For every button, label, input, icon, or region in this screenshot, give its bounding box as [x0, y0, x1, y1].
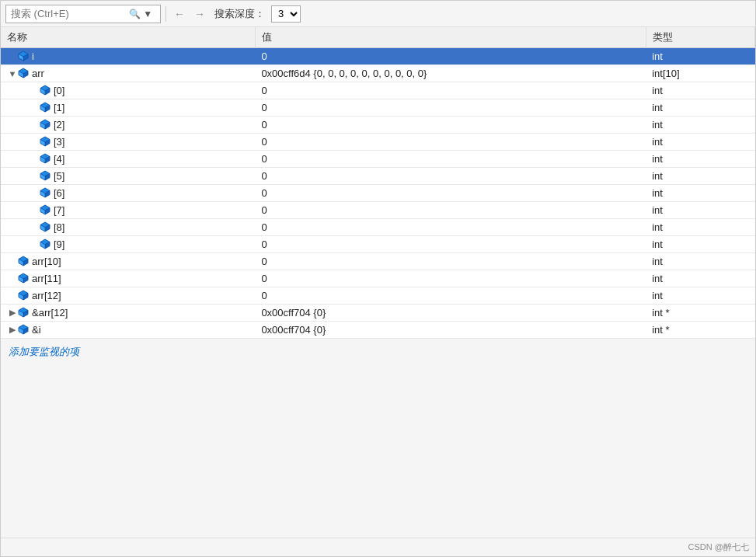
variable-name: [5] — [54, 170, 64, 182]
table-row[interactable]: [7]0int — [1, 202, 755, 219]
cell-type: int — [646, 151, 754, 168]
cell-type: int — [646, 202, 754, 219]
cell-name: [5] — [1, 168, 255, 185]
table-row[interactable]: [2]0int — [1, 117, 755, 134]
table-row[interactable]: i0int — [1, 48, 755, 65]
variable-icon — [40, 153, 51, 164]
table-row[interactable]: arr[11]0int — [1, 270, 755, 287]
table-row[interactable]: [3]0int — [1, 134, 755, 151]
variable-icon — [18, 290, 29, 301]
cell-value: 0 — [255, 117, 646, 134]
variable-name: arr[10] — [32, 256, 61, 267]
cell-name: [3] — [1, 134, 255, 151]
table-row[interactable]: arr[12]0int — [1, 287, 755, 305]
cell-name: [7] — [1, 202, 255, 219]
variable-icon — [40, 204, 51, 215]
cell-value: 0 — [255, 151, 646, 168]
column-header-value: 值 — [255, 27, 646, 48]
variable-name: &arr[12] — [32, 307, 68, 319]
variable-name: &i — [32, 324, 41, 336]
cell-value: 0 — [255, 99, 646, 117]
search-icon[interactable]: 🔍 ▼ — [127, 9, 154, 19]
table-row[interactable]: [0]0int — [1, 82, 755, 99]
variable-name: [6] — [54, 187, 64, 199]
variable-icon — [40, 187, 51, 198]
table-row[interactable]: &arr[12]0x00cff704 {0}int * — [1, 305, 755, 322]
cell-value: 0 — [255, 82, 646, 99]
column-header-name: 名称 — [1, 27, 255, 48]
table-header-row: 名称 值 类型 — [1, 27, 755, 48]
variable-icon — [18, 68, 29, 78]
cell-type: int — [646, 48, 754, 65]
cell-value: 0 — [255, 253, 646, 270]
cell-name: [0] — [1, 82, 255, 99]
cell-type: int * — [646, 322, 754, 339]
expand-arrow[interactable] — [7, 325, 18, 335]
cell-name: arr — [1, 65, 255, 82]
variable-icon — [40, 221, 51, 232]
table-row[interactable]: [1]0int — [1, 99, 755, 117]
cell-value: 0 — [255, 270, 646, 287]
cell-name: [9] — [1, 236, 255, 253]
variable-icon — [40, 170, 51, 181]
variable-icon — [40, 102, 51, 113]
toolbar-separator — [165, 6, 166, 22]
nav-back-button[interactable]: ← — [171, 6, 188, 22]
cell-type: int — [646, 236, 754, 253]
add-watch-label[interactable]: 添加要监视的项 — [1, 339, 755, 365]
variable-name: [8] — [54, 221, 64, 233]
cell-name: &i — [1, 322, 255, 339]
cell-name: arr[10] — [1, 253, 255, 270]
variable-icon — [40, 85, 51, 96]
cell-name: arr[12] — [1, 287, 255, 305]
cell-type: int — [646, 82, 754, 99]
cell-name: [6] — [1, 185, 255, 202]
table-row[interactable]: arr0x00cff6d4 {0, 0, 0, 0, 0, 0, 0, 0, 0… — [1, 65, 755, 82]
cell-type: int — [646, 117, 754, 134]
cell-type: int — [646, 287, 754, 305]
variable-icon — [18, 307, 29, 318]
variable-name: arr — [32, 68, 44, 79]
nav-forward-button[interactable]: → — [191, 6, 208, 22]
table-row[interactable]: [9]0int — [1, 236, 755, 253]
search-box[interactable]: 🔍 ▼ — [5, 5, 161, 23]
search-input[interactable] — [11, 8, 127, 19]
cell-name: [8] — [1, 219, 255, 236]
variable-icon — [40, 136, 51, 147]
variable-icon — [18, 50, 29, 61]
variables-table-container: 名称 值 类型 i0int arr0x00cff6d4 {0, 0, 0, 0,… — [1, 27, 755, 538]
cell-value: 0 — [255, 134, 646, 151]
expand-arrow[interactable] — [7, 69, 18, 78]
expand-arrow[interactable] — [7, 308, 18, 318]
table-row[interactable]: &i0x00cff704 {0}int * — [1, 322, 755, 339]
variable-name: arr[12] — [32, 290, 61, 301]
cell-value: 0 — [255, 202, 646, 219]
cell-type: int — [646, 253, 754, 270]
table-row[interactable]: arr[10]0int — [1, 253, 755, 270]
variable-icon — [40, 238, 51, 249]
variable-icon — [18, 324, 29, 335]
cell-value: 0 — [255, 185, 646, 202]
cell-name: [4] — [1, 151, 255, 168]
variable-name: [7] — [54, 204, 64, 216]
cell-name: i — [1, 48, 255, 65]
cell-name: &arr[12] — [1, 305, 255, 322]
cell-type: int — [646, 99, 754, 117]
table-row[interactable]: [6]0int — [1, 185, 755, 202]
table-row[interactable]: [5]0int — [1, 168, 755, 185]
variable-name: [4] — [54, 153, 64, 165]
watch-window: 🔍 ▼ ← → 搜索深度： 1 2 3 4 5 名称 值 类型 i0 — [0, 0, 756, 557]
footer-brand: CSDN @醉七七 — [1, 538, 755, 556]
table-row[interactable]: [4]0int — [1, 151, 755, 168]
cell-value: 0x00cff6d4 {0, 0, 0, 0, 0, 0, 0, 0, 0, 0… — [255, 65, 646, 82]
cell-type: int[10] — [646, 65, 754, 82]
cell-type: int * — [646, 305, 754, 322]
depth-select[interactable]: 1 2 3 4 5 — [271, 5, 301, 23]
cell-value: 0 — [255, 236, 646, 253]
variables-table: 名称 值 类型 i0int arr0x00cff6d4 {0, 0, 0, 0,… — [1, 27, 755, 339]
variable-name: [1] — [54, 102, 64, 113]
table-row[interactable]: [8]0int — [1, 219, 755, 236]
variable-name: [9] — [54, 238, 64, 250]
variable-name: arr[11] — [32, 273, 61, 284]
toolbar: 🔍 ▼ ← → 搜索深度： 1 2 3 4 5 — [1, 1, 755, 27]
